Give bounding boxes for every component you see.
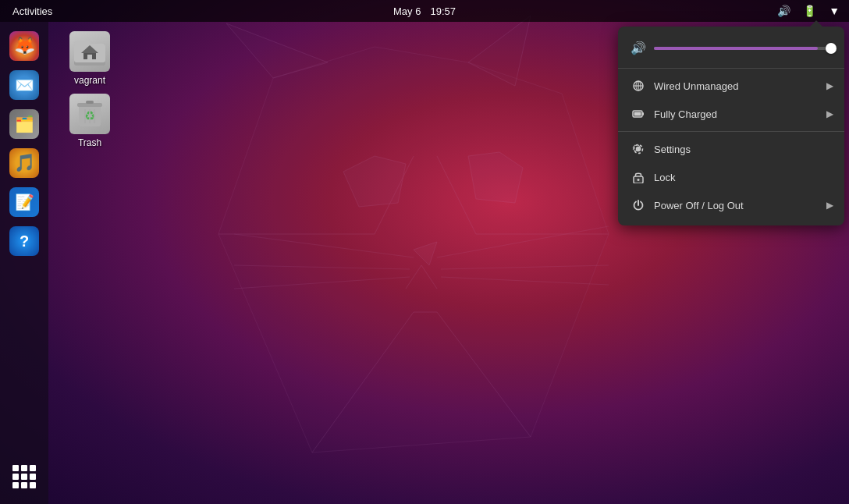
volume-slider-fill	[654, 47, 818, 50]
system-menu: 🔊 Wired Unmanaged ▶	[618, 27, 844, 225]
volume-topbar-icon[interactable]: 🔊	[774, 0, 794, 22]
wired-icon	[631, 78, 646, 94]
dock: 🦊 ✉️ 🗂️ 🎵 📝 ?	[0, 22, 48, 504]
topbar: Activities May 6 19:57 🔊 🔋 ▼	[0, 0, 849, 22]
activities-button[interactable]: Activities	[6, 0, 59, 22]
svg-rect-42	[642, 112, 644, 115]
volume-slider[interactable]	[654, 47, 832, 50]
battery-topbar-icon[interactable]: 🔋	[800, 0, 819, 22]
svg-point-49	[638, 179, 640, 181]
settings-label: Settings	[654, 144, 691, 155]
svg-rect-43	[634, 112, 641, 116]
menu-separator-1	[618, 68, 844, 69]
time-display: 19:57	[430, 5, 456, 17]
menu-item-battery[interactable]: Fully Charged ▶	[618, 100, 844, 128]
power-label: Power Off / Log Out	[654, 200, 744, 211]
menu-item-settings[interactable]: Settings	[618, 135, 844, 163]
trash-icon: ♻	[69, 94, 110, 134]
files-icon: 🗂️	[9, 109, 39, 139]
desktop-icon-vagrant[interactable]: vagrant	[59, 31, 121, 86]
lock-label: Lock	[654, 172, 675, 183]
dock-item-firefox[interactable]: 🦊	[6, 28, 42, 64]
date-display: May 6	[393, 5, 421, 17]
vagrant-folder-icon	[69, 31, 110, 72]
battery-menu-icon	[631, 106, 646, 122]
menu-item-lock[interactable]: Lock	[618, 163, 844, 191]
wired-chevron: ▶	[826, 80, 833, 91]
lock-icon	[631, 169, 646, 185]
desktop-icons: vagrant ♻	[59, 31, 121, 148]
trash-label: Trash	[78, 137, 101, 148]
app-grid-icon	[12, 465, 36, 488]
volume-slider-thumb	[826, 43, 837, 54]
menu-separator-2	[618, 131, 844, 132]
firefox-icon: 🦊	[9, 31, 39, 61]
battery-label: Fully Charged	[654, 108, 717, 120]
power-icon	[631, 197, 646, 213]
wired-label: Wired Unmanaged	[654, 80, 738, 92]
help-icon: ?	[9, 226, 39, 256]
dock-item-help[interactable]: ?	[6, 223, 42, 259]
dock-item-libreoffice[interactable]: 📝	[6, 184, 42, 220]
settings-icon	[631, 141, 646, 157]
app-grid-button[interactable]	[6, 459, 42, 495]
topbar-right: 🔊 🔋 ▼	[774, 0, 843, 22]
volume-icon: 🔊	[631, 41, 646, 55]
dock-item-files[interactable]: 🗂️	[6, 106, 42, 142]
desktop: Activities May 6 19:57 🔊 🔋 ▼ 🦊 ✉️ 🗂️ 🎵 📝	[0, 0, 849, 504]
menu-item-wired[interactable]: Wired Unmanaged ▶	[618, 72, 844, 100]
vagrant-label: vagrant	[74, 75, 105, 86]
system-menu-button[interactable]: ▼	[826, 0, 843, 22]
volume-row: 🔊	[618, 36, 844, 65]
svg-point-46	[637, 147, 640, 151]
topbar-left: Activities	[6, 0, 59, 22]
power-chevron: ▶	[826, 200, 833, 211]
menu-item-power[interactable]: Power Off / Log Out ▶	[618, 191, 844, 219]
svg-rect-32	[86, 101, 94, 104]
battery-chevron: ▶	[826, 108, 833, 119]
libreoffice-icon: 📝	[9, 187, 39, 217]
thunderbird-icon: ✉️	[9, 70, 39, 100]
rhythmbox-icon: 🎵	[9, 148, 39, 178]
dock-item-thunderbird[interactable]: ✉️	[6, 67, 42, 103]
topbar-center: May 6 19:57	[393, 5, 456, 17]
desktop-icon-trash[interactable]: ♻ Trash	[59, 94, 121, 148]
svg-rect-28	[87, 55, 92, 59]
dock-item-rhythmbox[interactable]: 🎵	[6, 145, 42, 181]
